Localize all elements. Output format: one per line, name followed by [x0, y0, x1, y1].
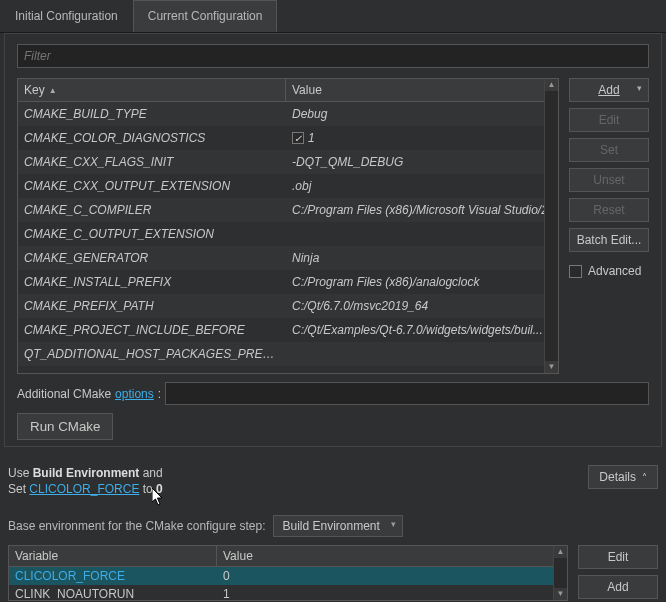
cell-value: C:/Qt/Examples/Qt-6.7.0/widgets/widgets/… [286, 320, 558, 340]
config-tabs: Initial Configuration Current Configurat… [0, 0, 666, 33]
env-edit-button[interactable]: Edit [578, 545, 658, 569]
colon: : [158, 387, 161, 401]
additional-cmake-label: Additional CMake [17, 387, 111, 401]
env-table-row[interactable]: CLICOLOR_FORCE0 [9, 567, 567, 585]
cell-value: C:/Program Files (x86)/analogclock [286, 272, 558, 292]
table-row[interactable]: CMAKE_BUILD_TYPEDebug [18, 102, 558, 126]
edit-button: Edit [569, 108, 649, 132]
table-row[interactable]: CMAKE_CXX_FLAGS_INIT-DQT_QML_DEBUG [18, 150, 558, 174]
advanced-checkbox[interactable] [569, 265, 582, 278]
environment-section: Use Build Environment and Set CLICOLOR_F… [8, 465, 658, 601]
set-button: Set [569, 138, 649, 162]
base-env-select[interactable]: Build Environment [273, 515, 403, 537]
table-row[interactable]: CMAKE_C_OUTPUT_EXTENSION [18, 222, 558, 246]
env-cell-variable: CLICOLOR_FORCE [9, 567, 217, 585]
base-env-label: Base environment for the CMake configure… [8, 519, 265, 533]
env-cell-variable: CLINK_NOAUTORUN [9, 585, 217, 601]
env-add-button[interactable]: Add [578, 575, 658, 599]
tab-initial-config[interactable]: Initial Configuration [0, 0, 133, 32]
cell-key: CMAKE_GENERATOR [18, 248, 286, 268]
cell-key: CMAKE_BUILD_TYPE [18, 104, 286, 124]
cell-value: Ninja [286, 248, 558, 268]
additional-cmake-input[interactable] [165, 382, 649, 405]
env-cell-value: 0 [217, 567, 567, 585]
table-scrollbar[interactable]: ▲ ▼ [544, 79, 558, 373]
env-scrollbar[interactable]: ▲ ▼ [553, 546, 567, 600]
scroll-down-icon[interactable]: ▼ [545, 361, 558, 373]
table-row[interactable]: CMAKE_CXX_OUTPUT_EXTENSION.obj [18, 174, 558, 198]
config-panel: Key ▲ Value CMAKE_BUILD_TYPEDebugCMAKE_C… [4, 33, 662, 447]
scroll-down-icon[interactable]: ▼ [554, 588, 567, 600]
add-button[interactable]: Add [569, 78, 649, 102]
env-vars-table: Variable Value CLICOLOR_FORCE0CLINK_NOAU… [8, 545, 568, 601]
env-header-value[interactable]: Value [217, 546, 567, 566]
checkbox-icon [292, 132, 304, 144]
cell-key: CMAKE_C_OUTPUT_EXTENSION [18, 224, 286, 244]
table-row[interactable]: QT_ADDITIONAL_HOST_PACKAGES_PREFIX_PATH [18, 342, 558, 366]
table-row[interactable]: CMAKE_INSTALL_PREFIXC:/Program Files (x8… [18, 270, 558, 294]
run-cmake-button[interactable]: Run CMake [17, 413, 113, 440]
filter-input[interactable] [17, 44, 649, 68]
cell-key: CMAKE_PREFIX_PATH [18, 296, 286, 316]
env-table-row[interactable]: CLINK_NOAUTORUN1 [9, 585, 567, 601]
cell-key: CMAKE_PROJECT_INCLUDE_BEFORE [18, 320, 286, 340]
cell-key: QT_ADDITIONAL_HOST_PACKAGES_PREFIX_PATH [18, 344, 286, 364]
cell-value: C:/Qt/6.7.0/msvc2019_64 [286, 296, 558, 316]
cell-value [286, 351, 558, 357]
column-header-key[interactable]: Key ▲ [18, 79, 286, 101]
env-header-variable[interactable]: Variable [9, 546, 217, 566]
batch-edit-button[interactable]: Batch Edit... [569, 228, 649, 252]
env-summary-text: Use Build Environment and Set CLICOLOR_F… [8, 465, 163, 497]
scroll-up-icon[interactable]: ▲ [554, 546, 567, 558]
sort-asc-icon: ▲ [49, 86, 57, 95]
cell-key: CMAKE_C_COMPILER [18, 200, 286, 220]
cell-value: .obj [286, 176, 558, 196]
cell-value: C:/Program Files (x86)/Microsoft Visual … [286, 200, 558, 220]
column-header-value[interactable]: Value [286, 79, 558, 101]
cell-key: CMAKE_CXX_OUTPUT_EXTENSION [18, 176, 286, 196]
cell-key: CMAKE_CXX_FLAGS_INIT [18, 152, 286, 172]
cell-value: Debug [286, 104, 558, 124]
tab-current-config[interactable]: Current Configuration [133, 0, 278, 32]
clicolor-link[interactable]: CLICOLOR_FORCE [29, 482, 139, 496]
table-row[interactable]: CMAKE_PROJECT_INCLUDE_BEFOREC:/Qt/Exampl… [18, 318, 558, 342]
reset-button: Reset [569, 198, 649, 222]
cell-key: QT_ADDITIONAL_PACKAGES_PREFIX_PATH [18, 368, 286, 372]
env-cell-value: 1 [217, 585, 567, 601]
header-key-label: Key [24, 83, 45, 97]
cmake-vars-table: Key ▲ Value CMAKE_BUILD_TYPEDebugCMAKE_C… [17, 78, 559, 374]
table-row[interactable]: CMAKE_C_COMPILERC:/Program Files (x86)/M… [18, 198, 558, 222]
table-buttons: Add Edit Set Unset Reset Batch Edit... A… [569, 78, 649, 374]
table-row[interactable]: CMAKE_GENERATORNinja [18, 246, 558, 270]
scroll-up-icon[interactable]: ▲ [545, 79, 558, 91]
cell-key: CMAKE_COLOR_DIAGNOSTICS [18, 128, 286, 148]
cell-value: -DQT_QML_DEBUG [286, 152, 558, 172]
unset-button: Unset [569, 168, 649, 192]
chevron-up-icon: ˄ [642, 472, 647, 483]
details-toggle[interactable]: Details ˄ [588, 465, 658, 489]
cell-value [286, 231, 558, 237]
table-row[interactable]: QT_ADDITIONAL_PACKAGES_PREFIX_PATH [18, 366, 558, 372]
advanced-label: Advanced [588, 264, 641, 278]
options-link[interactable]: options [115, 387, 154, 401]
cell-key: CMAKE_INSTALL_PREFIX [18, 272, 286, 292]
table-row[interactable]: CMAKE_COLOR_DIAGNOSTICS1 [18, 126, 558, 150]
cell-value: 1 [286, 128, 558, 148]
table-row[interactable]: CMAKE_PREFIX_PATHC:/Qt/6.7.0/msvc2019_64 [18, 294, 558, 318]
